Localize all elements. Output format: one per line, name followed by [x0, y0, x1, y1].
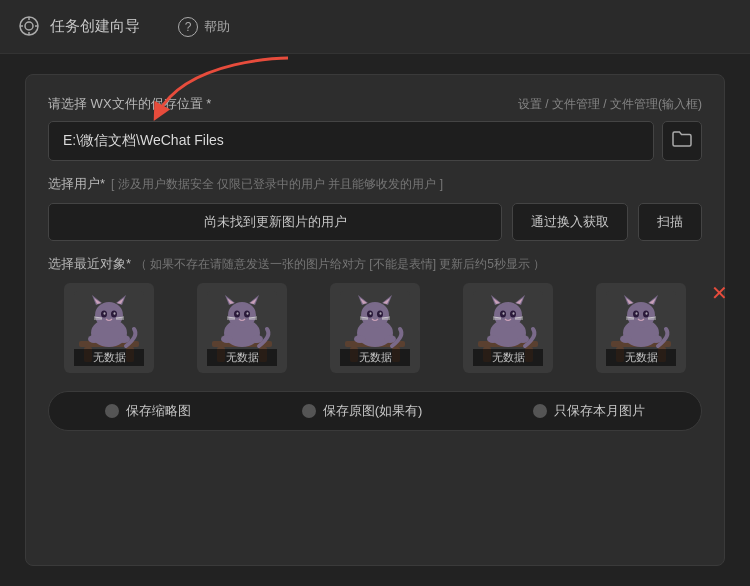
avatar-card-1[interactable]: 无数据 — [48, 283, 169, 373]
avatar-image-2: 无数据 — [197, 283, 287, 373]
svg-point-99 — [627, 302, 655, 328]
folder-button[interactable] — [662, 121, 702, 161]
svg-point-1 — [25, 22, 33, 30]
folder-icon — [672, 130, 692, 153]
svg-point-11 — [95, 302, 123, 328]
avatar-grid: 无数据 — [48, 283, 702, 373]
path-label: 请选择 WX文件的保存位置 * — [48, 95, 211, 113]
svg-point-19 — [113, 312, 115, 314]
titlebar: 任务创建向导 ? 帮助 ✕ — [0, 0, 750, 54]
path-header: 请选择 WX文件的保存位置 * 设置 / 文件管理 / 文件管理(输入框) — [48, 95, 702, 113]
scan-button[interactable]: 扫描 — [638, 203, 702, 241]
svg-point-68 — [354, 335, 366, 343]
main-card: 请选择 WX文件的保存位置 * 设置 / 文件管理 / 文件管理(输入框) — [25, 74, 725, 566]
user-note: [ 涉及用户数据安全 仅限已登录中的用户 并且能够收发的用户 ] — [111, 176, 443, 193]
svg-point-18 — [103, 312, 105, 314]
check-original[interactable]: 保存原图(如果有) — [302, 402, 423, 420]
paste-button[interactable]: 通过换入获取 — [512, 203, 628, 241]
user-label: 选择用户* — [48, 175, 105, 193]
recent-label-row: 选择最近对象* （ 如果不存在请随意发送一张的图片给对方 [不能是表情] 更新后… — [48, 255, 702, 273]
svg-point-90 — [487, 335, 499, 343]
check-monthly[interactable]: 只保存本月图片 — [533, 402, 645, 420]
close-button[interactable]: ✕ — [707, 279, 732, 307]
recent-section: 选择最近对象* （ 如果不存在请随意发送一张的图片给对方 [不能是表情] 更新后… — [48, 255, 702, 373]
svg-point-107 — [646, 312, 648, 314]
avatar-image-1: 无数据 — [64, 283, 154, 373]
path-input[interactable] — [48, 121, 654, 161]
user-label-row: 选择用户* [ 涉及用户数据安全 仅限已登录中的用户 并且能够收发的用户 ] — [48, 175, 702, 193]
checkbox-monthly[interactable] — [533, 404, 547, 418]
help-icon: ? — [178, 17, 198, 37]
check-original-label: 保存原图(如果有) — [323, 402, 423, 420]
recent-note: （ 如果不存在请随意发送一张的图片给对方 [不能是表情] 更新后约5秒显示 ） — [135, 257, 546, 271]
checkbox-thumbnail[interactable] — [105, 404, 119, 418]
svg-point-85 — [513, 312, 515, 314]
avatar-image-4: 无数据 — [463, 283, 553, 373]
svg-point-46 — [221, 335, 233, 343]
user-section: 选择用户* [ 涉及用户数据安全 仅限已登录中的用户 并且能够收发的用户 ] 尚… — [48, 175, 702, 241]
svg-text:无数据: 无数据 — [492, 351, 525, 363]
main-window: 任务创建向导 ? 帮助 ✕ 请选择 WX文件的保存位置 * 设置 / 文件管理 … — [0, 0, 750, 586]
svg-text:无数据: 无数据 — [92, 351, 125, 363]
avatar-card-2[interactable]: 无数据 — [181, 283, 302, 373]
svg-point-106 — [636, 312, 638, 314]
path-row — [48, 121, 702, 161]
svg-point-63 — [380, 312, 382, 314]
avatar-card-4[interactable]: 无数据 — [448, 283, 569, 373]
check-monthly-label: 只保存本月图片 — [554, 402, 645, 420]
checkbox-original[interactable] — [302, 404, 316, 418]
find-users-button[interactable]: 尚未找到更新图片的用户 — [48, 203, 502, 241]
svg-point-77 — [494, 302, 522, 328]
svg-text:无数据: 无数据 — [225, 351, 258, 363]
svg-point-24 — [88, 335, 100, 343]
svg-point-41 — [246, 312, 248, 314]
recent-label: 选择最近对象* — [48, 256, 131, 271]
svg-point-33 — [228, 302, 256, 328]
breadcrumb-hint: 设置 / 文件管理 / 文件管理(输入框) — [518, 96, 702, 113]
path-section: 请选择 WX文件的保存位置 * 设置 / 文件管理 / 文件管理(输入框) — [48, 95, 702, 161]
check-thumbnail-label: 保存缩略图 — [126, 402, 191, 420]
main-content: 请选择 WX文件的保存位置 * 设置 / 文件管理 / 文件管理(输入框) — [0, 54, 750, 586]
help-label: 帮助 — [204, 18, 230, 36]
svg-point-62 — [370, 312, 372, 314]
svg-point-55 — [361, 302, 389, 328]
avatar-card-5[interactable]: 无数据 — [581, 283, 702, 373]
check-thumbnail[interactable]: 保存缩略图 — [105, 402, 191, 420]
task-icon — [18, 15, 42, 39]
svg-text:无数据: 无数据 — [359, 351, 392, 363]
svg-point-84 — [503, 312, 505, 314]
user-buttons: 尚未找到更新图片的用户 通过换入获取 扫描 — [48, 203, 702, 241]
window-title: 任务创建向导 — [50, 17, 140, 36]
avatar-card-3[interactable]: 无数据 — [314, 283, 435, 373]
bottom-bar: 保存缩略图 保存原图(如果有) 只保存本月图片 — [48, 391, 702, 431]
svg-text:无数据: 无数据 — [625, 351, 658, 363]
avatar-image-5: 无数据 — [596, 283, 686, 373]
help-button[interactable]: ? 帮助 — [170, 13, 238, 41]
avatar-image-3: 无数据 — [330, 283, 420, 373]
svg-point-40 — [236, 312, 238, 314]
svg-point-112 — [620, 335, 632, 343]
